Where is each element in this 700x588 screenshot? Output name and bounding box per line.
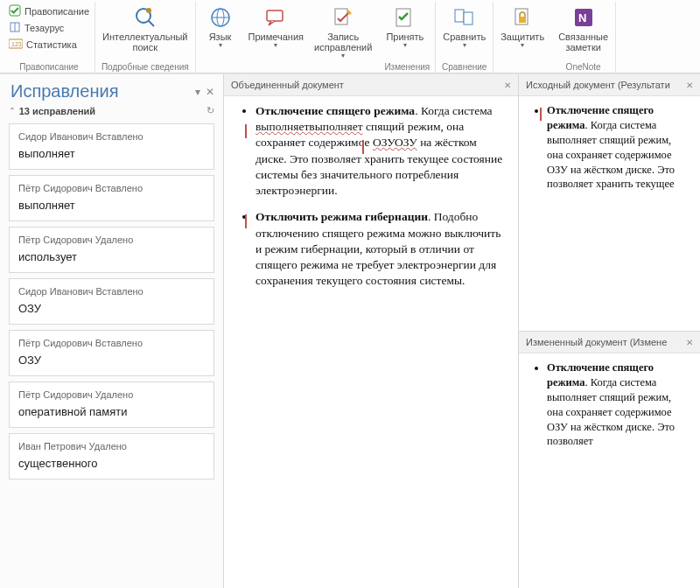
revision-meta: Сидор Иванович Вставлено [18, 131, 205, 142]
svg-rect-15 [464, 12, 472, 24]
comments-button[interactable]: Примечания ▾ [247, 4, 306, 50]
revision-meta: Пётр Сидорович Вставлено [18, 183, 205, 193]
revisions-list[interactable]: Сидор Иванович ВставленовыполняетПётр Си… [0, 123, 223, 588]
group-label: OneNote [556, 62, 610, 74]
book-icon [9, 21, 21, 35]
pane-title: Исходный документ (Результати [526, 80, 681, 90]
globe-icon [208, 5, 233, 30]
list-item: Отключение спящего режима. Когда система… [547, 103, 690, 192]
revision-text: ОЗУ [18, 302, 205, 315]
pane-title: Измененный документ (Измене [526, 337, 681, 347]
thesaurus-button[interactable]: Тезаурус [9, 20, 89, 36]
source-document-pane: Исходный документ (Результати ✕ Отключен… [519, 74, 700, 331]
list-item: Отключить режима гибернации. Подобно отк… [256, 209, 508, 289]
svg-rect-17 [519, 17, 526, 23]
label: Тезаурус [24, 23, 64, 33]
chevron-down-icon: ▾ [463, 42, 466, 50]
onenote-icon: N [571, 5, 596, 30]
revision-card[interactable]: Пётр Сидорович Вставленовыполняет [9, 175, 214, 221]
svg-point-7 [146, 8, 151, 13]
revisions-pane: Исправления ▾ ✕ 13 исправлений ↻ Сидор И… [0, 74, 224, 588]
track-changes-button[interactable]: Запись исправлений ▾ [312, 4, 374, 60]
chevron-down-icon: ▾ [521, 42, 524, 50]
group-label: Правописание [9, 62, 89, 74]
revision-card[interactable]: Сидор Иванович Вставленовыполняет [9, 123, 214, 170]
revision-meta: Пётр Сидорович Удалено [18, 234, 205, 245]
list-item: Отключение спящего режима. Когда система… [547, 360, 690, 449]
spelling-error[interactable]: выполняетвыполняет [256, 120, 363, 133]
svg-text:123: 123 [11, 41, 22, 47]
revision-meta: Сидор Иванович Вставлено [18, 286, 205, 297]
group-proofing: Правописание Тезаурус 123 Статистика Пра… [4, 2, 95, 74]
pane-title: Объединенный документ [231, 80, 499, 90]
close-icon[interactable]: ✕ [206, 86, 214, 98]
revision-text: ОЗУ [18, 354, 205, 367]
accept-icon [393, 5, 417, 30]
compare-button[interactable]: Сравнить ▾ [441, 4, 487, 50]
revision-meta: Иван Петрович Удалено [18, 441, 205, 452]
svg-line-6 [149, 21, 154, 26]
revision-text: выполняет [18, 199, 205, 212]
group-onenote: N Связанные заметки OneNote [551, 2, 616, 74]
group-insights: Интеллектуальный поиск Подробные сведени… [95, 2, 195, 74]
revision-text: оперативной памяти [18, 405, 205, 418]
close-icon[interactable]: ✕ [504, 80, 511, 90]
revisions-count-row: 13 исправлений ↻ [0, 103, 223, 123]
counter-icon: 123 [9, 38, 23, 51]
refresh-icon[interactable]: ↻ [206, 105, 214, 116]
revision-card[interactable]: Пётр Сидорович Удаленооперативной памяти [9, 382, 214, 428]
chevron-down-icon: ▾ [219, 42, 222, 50]
revision-card[interactable]: Пётр Сидорович ВставленоОЗУ [9, 330, 214, 376]
label: Связанные заметки [558, 32, 608, 52]
spelling-error[interactable]: ОЗУОЗУ [373, 136, 417, 149]
close-icon[interactable]: ✕ [686, 338, 693, 347]
revision-card[interactable]: Иван Петрович Удаленосущественного [9, 433, 214, 480]
document-body[interactable]: Отключение спящего режима. Когда система… [224, 96, 518, 588]
stats-button[interactable]: 123 Статистика [9, 37, 89, 52]
right-column: Исходный документ (Результати ✕ Отключен… [518, 74, 700, 588]
group-label: Сравнение [441, 62, 487, 74]
check-icon [9, 4, 21, 18]
group-label: Подробные сведения [101, 62, 189, 74]
revision-meta: Пётр Сидорович Вставлено [18, 338, 205, 348]
protect-button[interactable]: Защитить ▾ [499, 4, 546, 50]
revision-card[interactable]: Пётр Сидорович Удаленоиспользует [9, 227, 214, 273]
options-menu-icon[interactable]: ▾ [195, 86, 200, 98]
comment-icon [263, 5, 288, 30]
language-button[interactable]: Язык ▾ [201, 4, 240, 50]
revision-text: выполняет [18, 147, 205, 160]
onenote-button[interactable]: N Связанные заметки [556, 4, 610, 52]
revisions-title: Исправления [10, 81, 118, 102]
magnifier-icon [133, 5, 158, 30]
collapse-icon[interactable] [10, 106, 14, 116]
smart-lookup-button[interactable]: Интеллектуальный поиск [101, 4, 189, 52]
track-icon [331, 5, 355, 30]
revision-meta: Пётр Сидорович Удалено [18, 389, 205, 400]
revision-text: использует [18, 250, 205, 263]
group-label [499, 62, 546, 74]
accept-button[interactable]: Принять ▾ [384, 4, 425, 50]
revision-text: существенного [18, 457, 205, 470]
document-body[interactable]: Отключение спящего режима. Когда система… [519, 354, 700, 588]
pane-header: Измененный документ (Измене ✕ [519, 332, 700, 354]
main-area: Исправления ▾ ✕ 13 исправлений ↻ Сидор И… [0, 74, 700, 588]
label: Запись исправлений [314, 32, 372, 52]
lock-icon [510, 5, 535, 30]
revisions-title-bar: Исправления ▾ ✕ [0, 74, 223, 103]
pane-header: Объединенный документ ✕ [224, 74, 518, 96]
spelling-button[interactable]: Правописание [9, 4, 89, 19]
label: Статистика [26, 39, 77, 50]
svg-rect-11 [267, 10, 283, 21]
pane-header: Исходный документ (Результати ✕ [519, 74, 700, 96]
revised-document-pane: Измененный документ (Измене ✕ Отключение… [519, 332, 700, 588]
document-body[interactable]: Отключение спящего режима. Когда система… [519, 96, 700, 331]
revision-card[interactable]: Сидор Иванович ВставленоОЗУ [9, 278, 214, 325]
group-compare: Сравнить ▾ Сравнение [436, 2, 494, 74]
combined-document-pane: Объединенный документ ✕ Отключение спяще… [224, 74, 518, 588]
group-label: Изменения [384, 62, 430, 74]
group-protect: Защитить ▾ [494, 2, 551, 74]
close-icon[interactable]: ✕ [686, 80, 693, 90]
group-label [201, 62, 374, 74]
chevron-down-icon: ▾ [341, 52, 345, 60]
list-item: Отключение спящего режима. Когда система… [256, 103, 508, 199]
